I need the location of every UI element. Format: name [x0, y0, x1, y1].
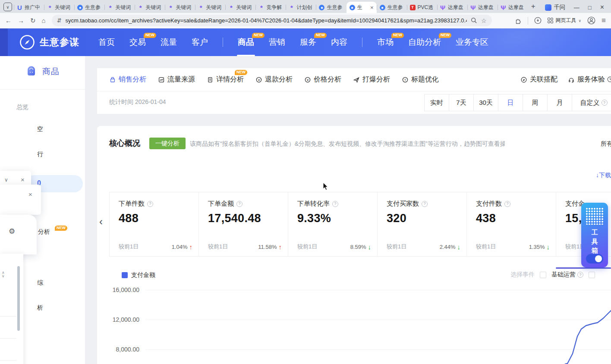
help-icon[interactable]: ?: [147, 201, 153, 207]
reload-icon[interactable]: ↻: [30, 17, 36, 25]
date-range-button[interactable]: 自定义 ?: [572, 94, 611, 111]
scrollbar[interactable]: [17, 266, 20, 331]
browser-tab[interactable]: Ψ 达摩盘 ×: [437, 2, 467, 13]
one-click-analyze-button[interactable]: 一键分析: [149, 138, 186, 149]
date-range-button[interactable]: 7天 ?: [449, 94, 474, 111]
tab-close-icon[interactable]: ×: [370, 4, 374, 11]
close-icon[interactable]: ×: [21, 176, 25, 183]
browser-tab[interactable]: ◆ 生意参 ×: [74, 2, 104, 13]
forward-icon[interactable]: →: [18, 17, 24, 24]
browser-tab[interactable]: * 关键词 ×: [165, 2, 195, 13]
download-icon[interactable]: [534, 17, 542, 24]
sidebar-item-fragment[interactable]: 综: [37, 279, 43, 287]
browser-tab[interactable]: * 计划创 ×: [286, 2, 316, 13]
sidebar-item-fragment[interactable]: 析: [37, 304, 43, 312]
metric-card[interactable]: 支付件数 ? 438 较前1日 1.35% ↓: [467, 192, 556, 256]
top-nav-item[interactable]: 市场 NEW: [377, 37, 394, 48]
scroll-arrows[interactable]: ∧∨: [2, 271, 5, 278]
sidebar-item-fragment[interactable]: 总览: [16, 104, 28, 111]
browser-tab[interactable]: * 关键词 ×: [135, 2, 165, 13]
web-tools-menu[interactable]: 网页工具 ∨: [548, 17, 581, 24]
new-tab-button[interactable]: +: [528, 1, 539, 12]
metric-card[interactable]: 支付买家数 ? 320 较前1日 2.44% ↓: [378, 192, 467, 256]
browser-tab[interactable]: * 关键词 ×: [195, 2, 225, 13]
date-range-button[interactable]: 30天 ?: [474, 94, 498, 111]
metric-card[interactable]: 下单件数 ? 488 较前1日 1.04% ↑: [110, 192, 199, 256]
second-checkbox-partial[interactable]: [589, 272, 595, 278]
metric-card[interactable]: 下单转化率 ? 9.33% 较前1日 8.59% ↓: [288, 192, 378, 256]
bookmark-star-icon[interactable]: ☆: [481, 17, 487, 24]
home-icon[interactable]: ⌂: [42, 17, 46, 24]
brand[interactable]: 生意参谋: [20, 35, 79, 50]
date-range-button[interactable]: 周 ?: [523, 94, 548, 111]
menu-icon[interactable]: ≡: [602, 16, 606, 25]
help-icon[interactable]: ?: [236, 201, 243, 207]
top-nav-item[interactable]: 流量: [161, 37, 177, 48]
extension-icon[interactable]: [515, 17, 522, 24]
top-nav-item[interactable]: 自助分析 NEW: [408, 37, 441, 48]
toolbox-toggle[interactable]: [586, 254, 603, 264]
top-nav-item[interactable]: 商品 NEW: [238, 37, 254, 48]
tab-sales-analysis[interactable]: 销售分析: [109, 75, 146, 84]
browser-tab[interactable]: * 竞争解 ×: [255, 2, 286, 13]
browser-tab[interactable]: U 推广中 ×: [14, 2, 44, 13]
date-range-button[interactable]: 日 ?: [498, 94, 523, 111]
browser-tab[interactable]: * 关键词 ×: [104, 2, 135, 13]
chevron-down-icon[interactable]: ∨: [4, 177, 8, 183]
toolbox-widget[interactable]: 工具箱: [581, 203, 608, 267]
help-icon[interactable]: ?: [422, 201, 428, 207]
top-nav-item[interactable]: 客户: [192, 37, 208, 48]
top-nav-item[interactable]: 业务专区: [456, 37, 488, 48]
site-settings-icon[interactable]: ⇵: [57, 17, 62, 24]
sidebar-item-fragment[interactable]: 分析: [38, 228, 50, 236]
qianwen-button[interactable]: 千问: [545, 3, 565, 11]
metric-card[interactable]: 下单金额 ? 17,540.48 较前1日 11.58% ↑: [199, 192, 288, 256]
zoom-icon[interactable]: [471, 17, 477, 24]
profile-avatar[interactable]: [587, 16, 595, 25]
top-nav-item[interactable]: 内容: [331, 37, 347, 48]
tab-refund-analysis[interactable]: ¥ 退款分析: [255, 75, 293, 84]
help-icon[interactable]: ?: [332, 201, 338, 207]
close-window-button[interactable]: ×: [600, 3, 604, 11]
sidebar-item-fragment[interactable]: 行: [37, 151, 43, 158]
sidebar-item-fragment[interactable]: NEW: [55, 226, 67, 231]
service-experience-link[interactable]: 服务体验: [568, 75, 605, 84]
carousel-scrollbar[interactable]: [556, 267, 611, 269]
url-text[interactable]: sycm.taobao.com/cc/item_archives?activeK…: [66, 17, 467, 24]
browser-tab[interactable]: * 关键词 ×: [225, 2, 255, 13]
carousel-prev-button[interactable]: ‹: [99, 216, 103, 228]
related-match-link[interactable]: 关联搭配: [520, 75, 557, 84]
gear-icon[interactable]: ⚙: [9, 227, 15, 236]
top-nav-item[interactable]: 服务 NEW: [300, 37, 316, 48]
date-range-button[interactable]: 月 ?: [548, 94, 572, 111]
base-ops-checkbox[interactable]: [540, 272, 546, 278]
help-icon[interactable]: ?: [577, 272, 583, 278]
tab-title-optimize[interactable]: T 标题优化: [402, 75, 439, 84]
tab-price-analysis[interactable]: ¥ 价格分析: [304, 75, 341, 84]
back-icon[interactable]: ←: [5, 17, 12, 24]
browser-tab[interactable]: ◆ 生意参 ×: [377, 2, 407, 13]
tab-traffic-source[interactable]: 流量来源: [158, 75, 195, 84]
maximize-button[interactable]: □: [588, 4, 592, 11]
tab-search-icon[interactable]: ∨: [3, 3, 12, 11]
browser-tab[interactable]: ◆ 生意参 ×: [316, 2, 346, 13]
browser-tab[interactable]: Ψ 达摩盘 ×: [467, 2, 498, 13]
help-icon[interactable]: ?: [504, 201, 510, 207]
clock-icon-partial[interactable]: [607, 76, 611, 83]
browser-tab[interactable]: * 关键词 ×: [44, 2, 74, 13]
minimize-button[interactable]: —: [574, 4, 580, 11]
tab-detail-analysis[interactable]: 详情分析 NEW: [207, 75, 244, 84]
browser-tab[interactable]: Ψ 达摩盘 ×: [498, 2, 528, 13]
sidebar-item-fragment[interactable]: 空: [37, 126, 43, 133]
close-icon[interactable]: ×: [28, 191, 32, 198]
tab-hot-analysis[interactable]: 打爆分析: [353, 75, 390, 84]
address-bar[interactable]: ⇵ sycm.taobao.com/cc/item_archives?activ…: [52, 15, 492, 26]
date-range-button[interactable]: 实时 ?: [425, 94, 449, 111]
browser-tab[interactable]: ◆ 生 ×: [346, 2, 377, 13]
top-nav-item[interactable]: 交易 NEW: [129, 37, 146, 48]
download-link[interactable]: ↓下载: [596, 172, 611, 179]
browser-tab[interactable]: T PVC透 ×: [407, 2, 437, 13]
top-nav-item[interactable]: 首页: [98, 37, 115, 48]
top-nav-item[interactable]: 营销: [269, 37, 285, 48]
terminal-filter-partial[interactable]: 所有: [601, 140, 611, 148]
